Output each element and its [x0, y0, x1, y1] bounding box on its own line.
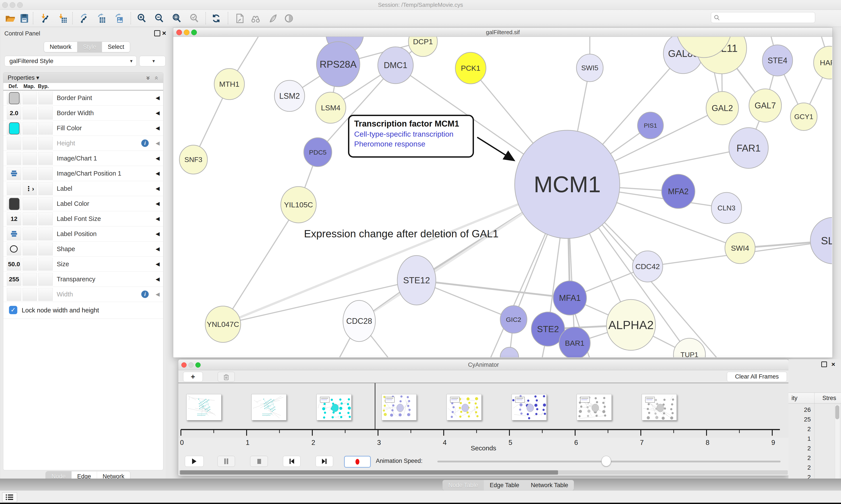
timeline-frame-6[interactable]: [512, 394, 547, 420]
next-frame-button[interactable]: [316, 456, 333, 467]
tab-style[interactable]: Style: [77, 42, 102, 52]
bypass-cell[interactable]: [38, 107, 53, 120]
expand-row-icon[interactable]: ◀: [156, 291, 160, 297]
default-value-cell[interactable]: [7, 197, 21, 210]
open-session-icon[interactable]: [5, 13, 15, 23]
collapse-all-icon[interactable]: «: [153, 76, 161, 80]
import-network-icon[interactable]: [40, 13, 50, 23]
tab-select[interactable]: Select: [102, 42, 130, 52]
network-node-MFA2[interactable]: MFA2: [662, 174, 695, 209]
search-box[interactable]: [711, 12, 815, 23]
bypass-cell[interactable]: [38, 273, 53, 286]
network-window-titlebar[interactable]: galFiltered.sif: [173, 28, 833, 37]
bypass-cell[interactable]: [38, 197, 53, 210]
bypass-cell[interactable]: [38, 91, 53, 105]
network-canvas[interactable]: DCP1RPS28ADMC1PCK1SWI5GAL80GAL11STE4HAP2…: [173, 37, 832, 357]
default-value-cell[interactable]: [7, 137, 21, 150]
timeline-frame-3[interactable]: [317, 394, 352, 420]
tab-node-table[interactable]: Node Table: [443, 480, 484, 490]
float-panel-icon[interactable]: [821, 361, 827, 367]
table-cell-value[interactable]: 2: [789, 464, 811, 471]
mapping-cell[interactable]: [22, 137, 37, 150]
timeline-frame-1[interactable]: [186, 394, 221, 420]
leaf-icon[interactable]: [268, 13, 278, 23]
export-image-icon[interactable]: [114, 13, 124, 23]
expand-all-icon[interactable]: »: [145, 76, 153, 80]
network-node-STE12[interactable]: STE12: [397, 255, 436, 305]
search-input[interactable]: [722, 13, 812, 21]
table-cell-value[interactable]: 2: [789, 454, 811, 462]
network-node-PIS1[interactable]: PIS1: [638, 112, 663, 139]
bypass-cell[interactable]: [38, 182, 53, 195]
timeline-frame-8[interactable]: [642, 394, 677, 420]
zoom-in-icon[interactable]: [137, 13, 147, 23]
network-node-HAP2[interactable]: HAP2: [813, 46, 832, 79]
bypass-cell[interactable]: [38, 258, 53, 271]
stop-button[interactable]: [250, 456, 268, 467]
mapping-cell[interactable]: [22, 107, 37, 120]
property-row-height[interactable]: Heighti◀: [3, 136, 163, 151]
network-node-CLN3[interactable]: CLN3: [711, 193, 741, 223]
property-row-label[interactable]: ⋮›Label◀: [3, 181, 163, 196]
add-frame-button[interactable]: +: [183, 372, 203, 382]
mapping-cell[interactable]: [22, 258, 37, 271]
network-node-YNL047C[interactable]: YNL047C: [205, 306, 241, 342]
network-node-PCK1[interactable]: PCK1: [455, 52, 486, 84]
network-node-DMC1[interactable]: DMC1: [378, 47, 413, 84]
cyanimator-titlebar[interactable]: CyAnimator: [178, 360, 789, 370]
float-panel-icon[interactable]: [154, 30, 160, 36]
clear-all-frames-button[interactable]: Clear All Frames: [727, 372, 787, 382]
expand-row-icon[interactable]: ◀: [156, 95, 160, 101]
timeline-scrollbar-thumb[interactable]: [180, 470, 558, 475]
network-node-botcut[interactable]: [500, 347, 519, 357]
mapping-cell[interactable]: [22, 197, 37, 210]
network-node-DCP1[interactable]: DCP1: [409, 37, 437, 56]
table-column-header[interactable]: Stres: [822, 393, 836, 403]
network-node-GAL7[interactable]: GAL7: [749, 89, 782, 122]
default-value-cell[interactable]: [7, 167, 21, 180]
property-row-transparency[interactable]: 255Transparency◀: [3, 272, 163, 287]
expand-row-icon[interactable]: ◀: [156, 125, 160, 131]
table-cell-value[interactable]: 2: [789, 445, 811, 452]
lock-size-checkbox[interactable]: ✓: [9, 306, 17, 314]
property-row-image-chart-position-1[interactable]: Image/Chart Position 1◀: [3, 166, 163, 181]
default-value-cell[interactable]: 50.0: [7, 258, 21, 271]
network-node-LSM2[interactable]: LSM2: [274, 80, 305, 111]
tab-network-table[interactable]: Network Table: [525, 480, 574, 490]
expand-row-icon[interactable]: ◀: [156, 261, 160, 267]
mapping-cell[interactable]: [22, 152, 37, 165]
close-panel-icon[interactable]: ×: [831, 361, 835, 368]
mapping-cell[interactable]: [22, 228, 37, 240]
timeline-frame-4[interactable]: [381, 394, 416, 420]
property-row-shape[interactable]: Shape◀: [3, 241, 163, 257]
table-cell-value[interactable]: 25: [789, 416, 811, 423]
annotation-link[interactable]: Cell-type-specific transcription: [354, 130, 472, 138]
zoom-fit-icon[interactable]: [172, 13, 182, 23]
mapping-cell[interactable]: [22, 91, 37, 105]
mapping-cell[interactable]: [22, 122, 37, 134]
bypass-cell[interactable]: [38, 152, 53, 165]
property-row-fill-color[interactable]: Fill Color◀: [3, 121, 163, 136]
property-row-label-color[interactable]: Label Color◀: [3, 196, 163, 211]
refresh-icon[interactable]: [211, 13, 221, 23]
timeline-playhead[interactable]: [375, 383, 375, 430]
default-value-cell[interactable]: 2.0: [7, 107, 21, 120]
default-value-cell[interactable]: [7, 182, 21, 195]
property-row-label-position[interactable]: Label Position◀: [3, 227, 163, 241]
style-selector[interactable]: galFiltered Style ▾: [4, 56, 137, 66]
network-node-GCY1[interactable]: GCY1: [790, 103, 817, 130]
mapping-cell[interactable]: [22, 242, 37, 255]
bypass-cell[interactable]: [38, 137, 53, 150]
bypass-cell[interactable]: [38, 288, 53, 301]
clock-icon[interactable]: [284, 13, 294, 23]
pause-button[interactable]: [217, 456, 235, 467]
bypass-cell[interactable]: [38, 167, 53, 180]
property-row-image-chart-1[interactable]: Image/Chart 1◀: [3, 151, 163, 166]
document-icon[interactable]: [235, 13, 245, 23]
property-row-width[interactable]: Widthi◀: [3, 287, 163, 302]
default-value-cell[interactable]: [7, 288, 21, 301]
network-node-RPS28A[interactable]: RPS28A: [317, 41, 360, 87]
network-node-GIC2[interactable]: GIC2: [500, 306, 527, 333]
table-cell-value[interactable]: 1: [789, 435, 811, 442]
binoculars-icon[interactable]: [251, 13, 261, 23]
